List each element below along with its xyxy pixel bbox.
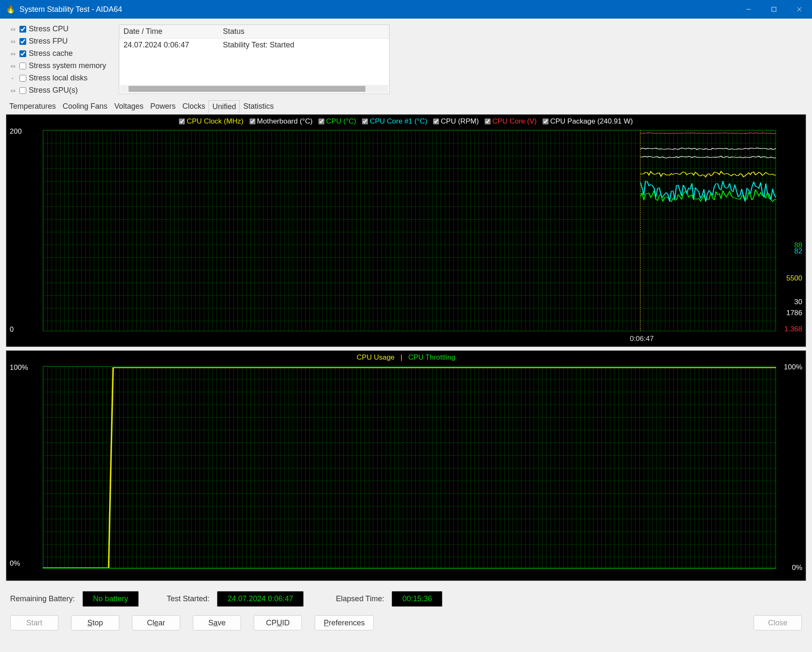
start-button[interactable]: Start <box>10 615 58 630</box>
hw-icon: ▭ <box>8 26 17 32</box>
stress-checkbox[interactable] <box>19 26 26 33</box>
chart2-ytop-r: 100% <box>784 363 802 371</box>
stress-option[interactable]: ▭ Stress CPU <box>8 25 106 33</box>
stress-checkbox[interactable] <box>19 50 26 57</box>
legend-label: CPU Core (V) <box>492 117 537 126</box>
legend-item[interactable]: Motherboard (°C) <box>250 117 313 126</box>
hw-icon: ▭ <box>8 63 17 69</box>
sensor-readout: 30 <box>794 298 802 306</box>
log-header-datetime[interactable]: Date / Time <box>119 25 219 38</box>
legend-label: CPU Package (240.91 W) <box>550 117 633 126</box>
preferences-button[interactable]: Preferences <box>315 615 374 630</box>
elapsed-label: Elapsed Time: <box>336 594 384 603</box>
chart1-ytop: 200 <box>10 127 22 136</box>
stress-label: Stress cache <box>29 49 73 58</box>
chart2-legend: CPU Usage | CPU Throttling <box>6 351 806 363</box>
chart1-legend: CPU Clock (MHz) Motherboard (°C) CPU (°C… <box>6 115 806 127</box>
legend-item[interactable]: CPU Package (240.91 W) <box>543 117 633 126</box>
unified-chart: CPU Clock (MHz) Motherboard (°C) CPU (°C… <box>6 114 806 347</box>
maximize-button[interactable] <box>761 0 787 19</box>
legend-cpu-throttling: CPU Throttling <box>409 353 455 362</box>
sensor-readout: 5500 <box>786 275 802 283</box>
legend-item[interactable]: CPU Clock (MHz) <box>179 117 243 126</box>
close-button[interactable] <box>787 0 812 19</box>
stress-checkbox[interactable] <box>19 87 26 94</box>
tab-temperatures[interactable]: Temperatures <box>6 100 59 113</box>
stress-checkbox[interactable] <box>19 63 26 69</box>
chart1-area[interactable] <box>43 130 776 331</box>
elapsed-value: 00:15:36 <box>392 591 442 607</box>
legend-checkbox[interactable] <box>250 118 255 124</box>
log-header-status[interactable]: Status <box>219 25 389 38</box>
chart2-area[interactable] <box>43 366 776 569</box>
hw-icon: ▭ <box>8 51 17 57</box>
app-icon: 🔥 <box>6 5 15 14</box>
log-scrollbar[interactable] <box>120 85 388 93</box>
cpuid-button[interactable]: CPUID <box>254 615 302 630</box>
legend-sep: | <box>401 353 402 362</box>
stress-checkbox[interactable] <box>19 38 26 45</box>
chart2-ybot-l: 0% <box>10 559 20 568</box>
legend-checkbox[interactable] <box>543 118 549 124</box>
log-row[interactable]: 24.07.2024 0:06:47 Stability Test: Start… <box>119 39 389 52</box>
hw-icon: ▭ <box>8 39 17 44</box>
legend-label: CPU (°C) <box>326 117 356 126</box>
tab-clocks[interactable]: Clocks <box>179 100 208 113</box>
log-table: Date / Time Status 24.07.2024 0:06:47 St… <box>119 25 390 94</box>
status-bar: Remaining Battery: No battery Test Start… <box>0 583 812 608</box>
chart2-ybot-r: 0% <box>792 564 802 572</box>
stress-option[interactable]: ▭ Stress system memory <box>8 61 106 70</box>
save-button[interactable]: Save <box>193 615 241 630</box>
legend-label: CPU Core #1 (°C) <box>370 117 427 126</box>
legend-item[interactable]: CPU Core #1 (°C) <box>362 117 427 126</box>
window-title: System Stability Test - AIDA64 <box>19 5 122 14</box>
legend-checkbox[interactable] <box>318 118 324 124</box>
legend-label: CPU (RPM) <box>441 117 479 126</box>
legend-item[interactable]: CPU Core (V) <box>485 117 537 126</box>
sensor-readout: 1.368 <box>784 325 802 333</box>
tab-powers[interactable]: Powers <box>147 100 179 113</box>
titlebar: 🔥 System Stability Test - AIDA64 <box>0 0 812 19</box>
legend-cpu-usage: CPU Usage <box>357 353 395 362</box>
minimize-button[interactable] <box>736 0 761 19</box>
tab-statistics[interactable]: Statistics <box>240 100 277 113</box>
legend-label: CPU Clock (MHz) <box>187 117 243 126</box>
chart1-ybot: 0 <box>10 325 14 334</box>
legend-item[interactable]: CPU (°C) <box>318 117 356 126</box>
usage-chart: CPU Usage | CPU Throttling 100% 0% 100% … <box>6 350 806 581</box>
stress-option[interactable]: ▭ Stress FPU <box>8 37 106 46</box>
legend-checkbox[interactable] <box>433 118 439 124</box>
legend-item[interactable]: CPU (RPM) <box>433 117 479 126</box>
tabs: TemperaturesCooling FansVoltagesPowersCl… <box>0 95 812 113</box>
legend-label: Motherboard (°C) <box>257 117 313 126</box>
chart1-time-label: 0:06:47 <box>630 335 654 343</box>
legend-checkbox[interactable] <box>179 118 185 124</box>
battery-value: No battery <box>82 591 139 607</box>
stress-option[interactable]: ▭ Stress cache <box>8 49 106 58</box>
hw-icon: ◦ <box>8 75 17 81</box>
svg-rect-1 <box>772 7 776 11</box>
close-window-button[interactable]: Close <box>754 615 802 630</box>
sensor-readout: 82 <box>794 248 802 256</box>
button-bar: Start Stop Clear Save CPUID Preferences … <box>0 608 812 639</box>
stop-button[interactable]: Stop <box>71 615 119 630</box>
legend-checkbox[interactable] <box>362 118 368 124</box>
clear-button[interactable]: Clear <box>132 615 180 630</box>
stress-checkbox[interactable] <box>19 75 26 82</box>
stress-label: Stress local disks <box>29 74 88 83</box>
tab-cooling-fans[interactable]: Cooling Fans <box>59 100 111 113</box>
stress-label: Stress FPU <box>29 37 68 46</box>
started-value: 24.07.2024 0:06:47 <box>217 591 304 607</box>
stress-label: Stress system memory <box>29 61 106 70</box>
tab-voltages[interactable]: Voltages <box>111 100 147 113</box>
battery-label: Remaining Battery: <box>10 594 75 603</box>
stress-option[interactable]: ◦ Stress local disks <box>8 74 106 83</box>
stress-option[interactable]: ▭ Stress GPU(s) <box>8 86 106 95</box>
stress-label: Stress CPU <box>29 25 69 33</box>
top-section: ▭ Stress CPU▭ Stress FPU▭ Stress cache▭ … <box>0 19 812 95</box>
tab-unified[interactable]: Unified <box>208 100 240 113</box>
started-label: Test Started: <box>167 594 209 603</box>
stress-label: Stress GPU(s) <box>29 86 78 95</box>
log-cell-status: Stability Test: Started <box>219 39 389 52</box>
legend-checkbox[interactable] <box>485 118 491 124</box>
